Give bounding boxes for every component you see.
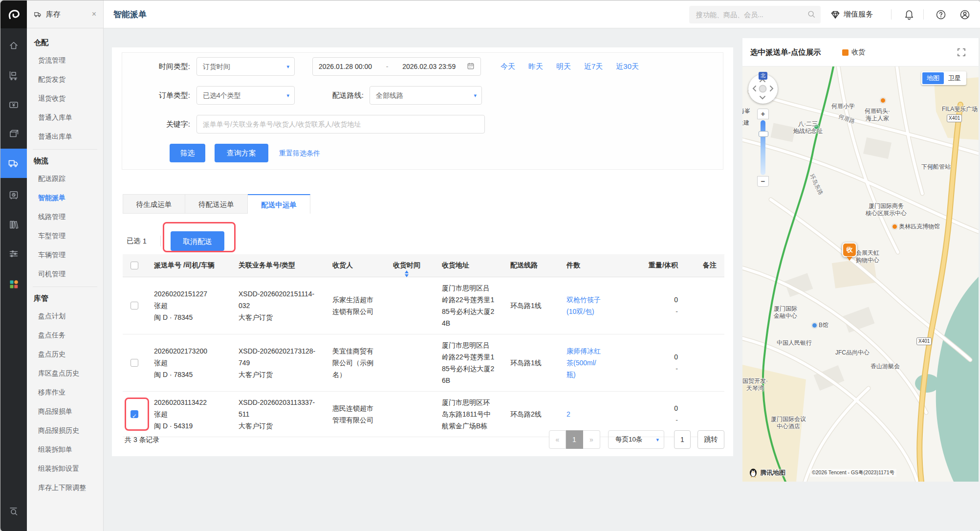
vault-icon[interactable] [0, 185, 27, 205]
map-logo-text: 腾讯地图 [760, 468, 785, 477]
map-poi-label: B馆 [819, 322, 828, 329]
qty-link[interactable]: 2 [566, 410, 570, 418]
map-compass[interactable]: 北 [748, 74, 778, 104]
reset-filters-link[interactable]: 重置筛选条件 [279, 144, 320, 162]
address-cell: 厦门市思明区吕岭路22号莲秀里185号必利达大厦24B [434, 277, 502, 334]
value-added-services[interactable]: 增值服务 [830, 0, 873, 28]
truck-icon[interactable] [0, 154, 27, 173]
table-header-row: 派送单号 /司机/车辆关联业务单号/类型收货人收货时间收货地址配送线路件数重量/… [123, 254, 724, 277]
table-header: 收货地址 [434, 254, 502, 277]
map-view-button[interactable]: 地图 [922, 72, 944, 84]
record-count: 共 3 条记录 [125, 430, 160, 449]
receive-legend-label: 收货 [851, 48, 865, 57]
help-icon[interactable] [935, 9, 947, 21]
sort-desc-icon[interactable] [405, 274, 409, 277]
biz-order-cell: XSDD-20260202151114-032大客户订货 [231, 277, 325, 334]
notifications-bell-icon[interactable] [903, 9, 915, 21]
sidebar-item[interactable]: 车辆管理 [27, 245, 103, 265]
sidebar-item[interactable]: 商品报损单 [27, 402, 103, 421]
sidebar: 库存 × 仓配货流管理配货发货退货收货普通入库单普通出库单物流配送跟踪智能派单线… [27, 0, 104, 531]
quick-range-link[interactable]: 明天 [556, 62, 571, 71]
sidebar-item[interactable]: 商品报损历史 [27, 421, 103, 440]
quick-range-link[interactable]: 昨天 [528, 62, 543, 71]
qty-link[interactable]: 双枪竹筷子(10双/包) [566, 296, 601, 315]
next-page-button[interactable]: » [583, 430, 600, 449]
sidebar-item[interactable]: 配货发货 [27, 70, 103, 89]
select-all-checkbox[interactable] [131, 262, 138, 269]
money-icon[interactable] [0, 95, 27, 114]
module-tab-inventory[interactable]: 库存 × [27, 0, 103, 28]
brand-swoosh-icon [6, 7, 21, 22]
jump-button[interactable]: 跳转 [697, 430, 724, 449]
close-icon[interactable]: × [90, 10, 98, 19]
keyword-input[interactable] [196, 115, 485, 133]
sidebar-item[interactable]: 线路管理 [27, 207, 103, 226]
sidebar-item[interactable]: 库存上下限调整 [27, 478, 103, 497]
map-canvas[interactable]: 何厝小学何厝路FILA斐乐广场八·二三 炮战纪念址何厝码头· 海上人家下何船管站… [742, 66, 979, 482]
tab[interactable]: 待生成运单 [123, 194, 185, 214]
time-type-select[interactable]: 订货时间▾ [196, 57, 295, 76]
account-avatar-icon[interactable] [959, 9, 971, 21]
sidebar-item[interactable]: 组装拆卸设置 [27, 459, 103, 478]
zoom-in-button[interactable]: + [757, 109, 769, 119]
sidebar-item[interactable]: 司机管理 [27, 265, 103, 284]
quick-range-link[interactable]: 今天 [501, 62, 515, 71]
global-search-input[interactable] [689, 6, 821, 23]
sidebar-item[interactable]: 智能派单 [27, 188, 103, 207]
map-poi-label: 何厝小学 [831, 103, 855, 110]
qty-link[interactable]: 康师傅冰红茶(500ml/瓶) [566, 347, 601, 378]
sidebar-item[interactable]: 盘点计划 [27, 307, 103, 326]
current-page[interactable]: 1 [566, 430, 583, 449]
apps-grid-icon[interactable] [0, 274, 27, 294]
cancel-delivery-button[interactable]: 取消配送 [171, 231, 224, 251]
sidebar-item[interactable]: 盘点历史 [27, 345, 103, 364]
row-checkbox[interactable] [131, 359, 138, 367]
sidebar-item[interactable]: 普通入库单 [27, 108, 103, 127]
sort-asc-icon[interactable] [405, 270, 409, 273]
chevron-down-icon: ▾ [656, 431, 659, 448]
road-number-badge: X401 [947, 114, 962, 122]
route-select[interactable]: 全部线路▾ [370, 86, 482, 105]
package-icon[interactable] [0, 124, 27, 143]
zoom-out-button[interactable]: − [757, 176, 769, 187]
row-checkbox-cell [123, 334, 146, 392]
sidebar-item[interactable]: 货流管理 [27, 51, 103, 70]
row-checkbox[interactable] [131, 410, 138, 418]
menu-search-icon[interactable] [0, 501, 27, 521]
quick-range-link[interactable]: 近30天 [616, 62, 639, 71]
sliders-icon[interactable] [0, 244, 27, 264]
tab[interactable]: 待配送运单 [185, 194, 248, 214]
date-range-picker[interactable]: 2026.01.28 00:00 - 2026.02.03 23:59 [312, 57, 481, 76]
home-icon[interactable] [0, 36, 27, 55]
sidebar-item[interactable]: 库区盘点历史 [27, 364, 103, 383]
fullscreen-icon[interactable] [957, 47, 966, 57]
search-icon[interactable] [807, 10, 816, 21]
sidebar-item[interactable]: 车型管理 [27, 226, 103, 245]
query-plan-button[interactable]: 查询方案 [215, 144, 268, 162]
page-size-select[interactable]: 每页10条▾ [608, 430, 664, 449]
sidebar-item[interactable]: 退货收货 [27, 89, 103, 108]
sidebar-item[interactable]: 普通出库单 [27, 127, 103, 146]
prev-page-button[interactable]: « [549, 430, 566, 449]
selected-label: 已选 [127, 237, 140, 245]
sidebar-item[interactable]: 移库作业 [27, 383, 103, 402]
filter-button[interactable]: 筛选 [170, 144, 205, 162]
library-icon[interactable] [0, 215, 27, 234]
quick-range-link[interactable]: 近7天 [584, 62, 603, 71]
row-checkbox[interactable] [131, 302, 138, 310]
table-header-checkbox-cell [123, 254, 146, 277]
penguin-icon [748, 467, 758, 478]
satellite-view-button[interactable]: 卫星 [944, 72, 965, 84]
sidebar-item[interactable]: 盘点任务 [27, 326, 103, 345]
app-logo[interactable] [0, 0, 27, 28]
order-type-select[interactable]: 已选4个类型▾ [196, 86, 295, 105]
sidebar-item[interactable]: 配送跟踪 [27, 169, 103, 188]
sidebar-item[interactable]: 组装拆卸单 [27, 440, 103, 459]
jump-page-input[interactable] [674, 430, 691, 449]
zoom-slider-track[interactable] [761, 120, 765, 175]
goods-cart-icon[interactable] [0, 66, 27, 85]
tab[interactable]: 配送中运单 [248, 194, 310, 214]
zoom-slider-thumb[interactable] [759, 131, 768, 137]
address-cell: 厦门市思明区吕岭路22号莲秀里185号必利达大厦26B [434, 334, 502, 392]
receive-pin[interactable]: 收 [842, 243, 857, 257]
